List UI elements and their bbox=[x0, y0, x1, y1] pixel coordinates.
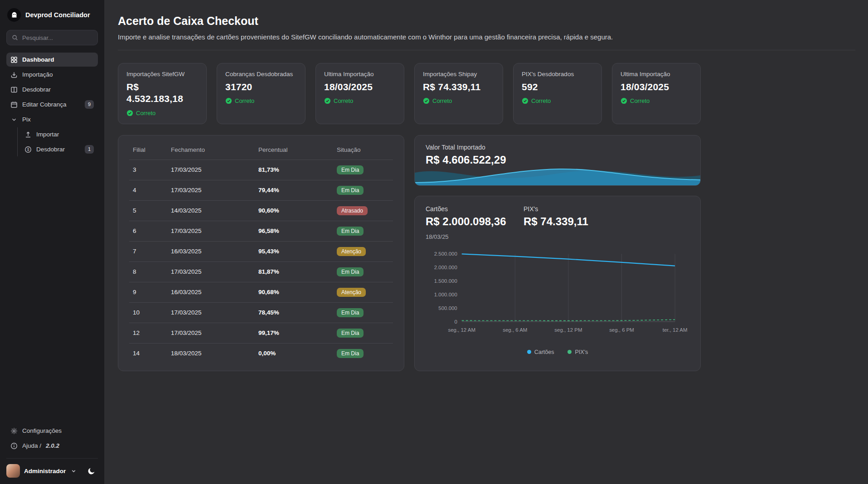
cell-fechamento: 17/03/2025 bbox=[167, 221, 255, 241]
sidebar-item-pix[interactable]: Pix bbox=[6, 112, 98, 126]
table-row: 9 16/03/2025 90,68% Atenção bbox=[129, 282, 393, 302]
sidebar-item-ajuda[interactable]: Ajuda / 2.0.2 bbox=[6, 439, 98, 453]
svg-text:$: $ bbox=[27, 147, 29, 152]
cell-fechamento: 16/03/2025 bbox=[167, 241, 255, 261]
user-menu[interactable]: Administrador bbox=[6, 458, 98, 478]
svg-text:seg., 12 PM: seg., 12 PM bbox=[554, 327, 582, 332]
stat-status: Correto bbox=[126, 110, 198, 116]
check-circle-icon bbox=[324, 97, 331, 104]
search-icon bbox=[11, 34, 19, 41]
svg-text:seg., 6 PM: seg., 6 PM bbox=[609, 327, 634, 332]
stat-card-pix-desdobrados: PIX's Desdobrados 592 Correto bbox=[513, 63, 602, 124]
sidebar-item-label: Configurações bbox=[22, 427, 62, 434]
sidebar-item-label: Dashboard bbox=[22, 56, 54, 63]
cell-fechamento: 16/03/2025 bbox=[167, 282, 255, 302]
status-badge: Em Dia bbox=[337, 329, 364, 338]
cell-filial: 6 bbox=[129, 221, 167, 241]
table-header-row: Filial Fechamento Percentual Situação bbox=[129, 139, 393, 160]
theme-toggle[interactable] bbox=[85, 465, 98, 477]
filiais-table-card: Filial Fechamento Percentual Situação 3 … bbox=[118, 135, 404, 371]
cell-situacao: Em Dia bbox=[333, 261, 393, 282]
stat-value: 18/03/2025 bbox=[621, 81, 692, 93]
table-row: 14 18/03/2025 0,00% Em Dia bbox=[129, 343, 393, 363]
stat-card-ultima-importacao-pix: Ultima Importação 18/03/2025 Correto bbox=[612, 63, 701, 124]
search-input[interactable] bbox=[22, 34, 93, 41]
svg-text:0: 0 bbox=[454, 319, 457, 324]
user-name: Administrador bbox=[24, 468, 66, 474]
help-label: Ajuda / bbox=[22, 442, 41, 449]
stat-status: Correto bbox=[324, 97, 396, 104]
svg-text:1.000.000: 1.000.000 bbox=[434, 291, 457, 297]
status-badge: Em Dia bbox=[337, 267, 364, 276]
cell-filial: 10 bbox=[129, 302, 167, 323]
cell-fechamento: 17/03/2025 bbox=[167, 180, 255, 200]
check-circle-icon bbox=[621, 97, 627, 104]
sidebar-item-desdobrar[interactable]: Desdobrar bbox=[6, 82, 98, 97]
svg-text:2.500.000: 2.500.000 bbox=[434, 251, 457, 257]
cell-percentual: 90,60% bbox=[255, 200, 333, 221]
status-badge: Em Dia bbox=[337, 165, 364, 174]
sidebar-item-label: Importação bbox=[22, 71, 53, 78]
stat-status: Correto bbox=[522, 97, 593, 104]
sidebar-item-dashboard[interactable]: Dashboard bbox=[6, 53, 98, 67]
sidebar-item-label: Editar Cobrança bbox=[22, 101, 67, 108]
svg-text:seg., 6 AM: seg., 6 AM bbox=[503, 327, 527, 332]
stat-label: Ultima Importação bbox=[621, 71, 692, 77]
cell-filial: 3 bbox=[129, 160, 167, 180]
stat-value: 18/03/2025 bbox=[324, 81, 396, 93]
cell-situacao: Em Dia bbox=[333, 221, 393, 241]
legend-item-pix: PIX's bbox=[567, 349, 588, 355]
stat-status: Correto bbox=[225, 97, 297, 104]
sidebar-item-pix-desdobrar[interactable]: $ Desdobrar 1 bbox=[20, 142, 98, 156]
status-badge: Atenção bbox=[337, 247, 366, 256]
sidebar-item-configuracoes[interactable]: Configurações bbox=[6, 424, 98, 438]
pix-label: PIX's bbox=[524, 205, 621, 213]
chevron-down-icon bbox=[10, 116, 18, 123]
cartoes-summary: Cartões R$ 2.000.098,36 bbox=[426, 205, 524, 228]
filiais-table: Filial Fechamento Percentual Situação 3 … bbox=[129, 139, 393, 363]
count-badge: 1 bbox=[85, 145, 94, 153]
brand-name: Devprod Conciliador bbox=[25, 11, 90, 19]
cell-fechamento: 14/03/2025 bbox=[167, 200, 255, 221]
cell-percentual: 81,87% bbox=[255, 261, 333, 282]
cell-percentual: 99,17% bbox=[255, 323, 333, 343]
search-box[interactable] bbox=[6, 30, 98, 45]
svg-text:seg., 12 AM: seg., 12 AM bbox=[448, 327, 475, 332]
sidebar-item-editar-cobranca[interactable]: Editar Cobrança 9 bbox=[6, 97, 98, 111]
stat-status: Correto bbox=[621, 97, 692, 104]
check-circle-icon bbox=[225, 97, 232, 104]
dollar-icon: $ bbox=[24, 146, 32, 153]
cell-situacao: Em Dia bbox=[333, 302, 393, 323]
chevron-down-icon bbox=[71, 468, 77, 474]
pix-submenu: Importar $ Desdobrar 1 bbox=[17, 127, 98, 156]
chart-head: Cartões R$ 2.000.098,36 PIX's R$ 74.339,… bbox=[426, 205, 689, 228]
line-chart: 2.500.0002.000.0001.500.0001.000.000500.… bbox=[426, 250, 689, 337]
upload-icon bbox=[24, 131, 32, 138]
stat-card-ultima-importacao-sitef: Ultima Importação 18/03/2025 Correto bbox=[315, 63, 404, 124]
pix-summary: PIX's R$ 74.339,11 bbox=[524, 205, 621, 228]
cell-situacao: Atenção bbox=[333, 241, 393, 261]
sidebar-item-importacao[interactable]: Importação bbox=[6, 68, 98, 82]
avatar bbox=[6, 464, 20, 478]
columns-icon bbox=[10, 86, 18, 93]
sidebar-item-pix-importar[interactable]: Importar bbox=[20, 127, 98, 141]
calendar-icon bbox=[10, 101, 18, 108]
table-row: 8 17/03/2025 81,87% Em Dia bbox=[129, 261, 393, 282]
table-row: 5 14/03/2025 90,60% Atrasado bbox=[129, 200, 393, 221]
app-root: Devprod Conciliador Dashboard Importação bbox=[0, 0, 868, 382]
status-badge: Em Dia bbox=[337, 186, 364, 195]
col-header-filial: Filial bbox=[129, 139, 167, 160]
lower-section: Filial Fechamento Percentual Situação 3 … bbox=[118, 135, 701, 382]
sidebar-footer: Configurações Ajuda / 2.0.2 Administrado… bbox=[6, 424, 98, 478]
stats-grid: Importações SitefGW R$ 4.532.183,18 Corr… bbox=[118, 63, 701, 124]
dashboard-icon bbox=[10, 56, 18, 63]
cell-filial: 8 bbox=[129, 261, 167, 282]
stat-value: 592 bbox=[522, 81, 593, 93]
stat-card-importacoes-shipay: Importações Shipay R$ 74.339,11 Correto bbox=[414, 63, 503, 124]
cell-percentual: 81,73% bbox=[255, 160, 333, 180]
total-imported-value: R$ 4.606.522,29 bbox=[426, 154, 689, 166]
chart-date: 18/03/25 bbox=[426, 233, 689, 240]
cell-filial: 9 bbox=[129, 282, 167, 302]
cell-percentual: 78,45% bbox=[255, 302, 333, 323]
stat-label: Cobranças Desdobradas bbox=[225, 71, 297, 77]
